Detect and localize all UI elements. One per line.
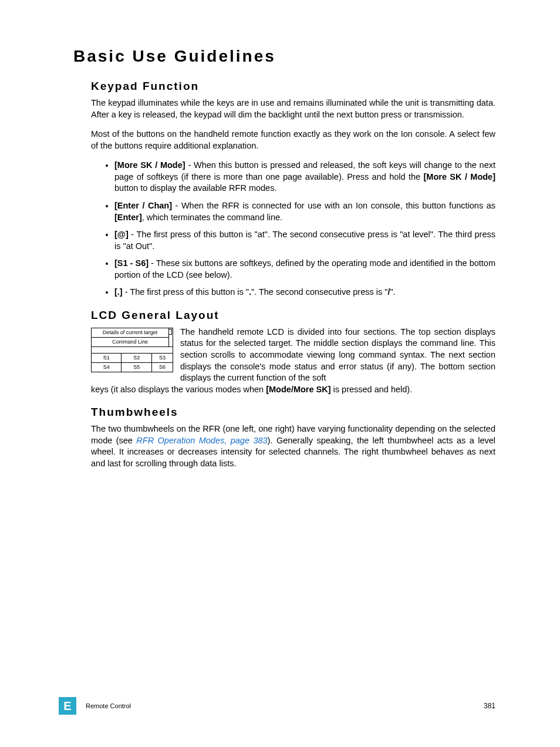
list-item: [.] - The first press of this button is … <box>114 287 495 298</box>
list-item: [Enter / Chan] - When the RFR is connect… <box>114 200 495 223</box>
item-text: - The first press of this button is "at"… <box>114 230 495 251</box>
item-text: - When the RFR is connected for use with… <box>172 201 495 210</box>
lcd-softkey-s2: S2 <box>122 353 151 362</box>
text-fragment: keys (it also displays the various modes… <box>91 385 266 394</box>
keypad-list: [More SK / Mode] - When this button is p… <box>91 160 495 298</box>
item-text: ". <box>390 287 395 297</box>
key-label: [Enter] <box>114 213 142 222</box>
keypad-p1: The keypad illuminates while the keys ar… <box>91 97 495 120</box>
lcd-row-target: Details of current target <box>92 328 169 337</box>
lcd-scroll-indicator <box>169 328 173 346</box>
footer-section-title: Remote Control <box>86 702 484 709</box>
lcd-heading: LCD General Layout <box>91 309 495 322</box>
item-text: ". The second consecutive press is " <box>251 287 387 297</box>
key-label: [Mode/More SK] <box>266 385 330 394</box>
list-item: [S1 - S6] - These six buttons are softke… <box>114 258 495 281</box>
lcd-softkey-s4: S4 <box>92 362 122 372</box>
key-label: [.] <box>114 287 123 297</box>
page-footer: E Remote Control 381 <box>59 697 495 715</box>
appendix-badge: E <box>59 697 76 715</box>
list-item: [More SK / Mode] - When this button is p… <box>114 160 495 194</box>
thumbwheels-heading: Thumbwheels <box>91 406 495 419</box>
text-fragment: is pressed and held). <box>331 385 413 394</box>
page-title: Basic Use Guidelines <box>73 47 495 66</box>
list-item: [@] - The first press of this button is … <box>114 229 495 252</box>
item-text: , which terminates the command line. <box>142 213 282 222</box>
lcd-softkey-s6: S6 <box>151 362 173 372</box>
keypad-heading: Keypad Function <box>91 80 495 93</box>
keypad-p2: Most of the buttons on the handheld remo… <box>91 129 495 152</box>
thumbwheels-description: The two thumbwheels on the RFR (one left… <box>91 423 495 469</box>
lcd-softkey-s5: S5 <box>122 362 151 372</box>
lcd-description-cont: keys (it also displays the various modes… <box>91 384 495 396</box>
key-label: [More SK / Mode] <box>114 160 185 170</box>
item-text: - These six buttons are softkeys, define… <box>114 258 495 280</box>
item-text: button to display the available RFR mode… <box>114 183 276 193</box>
item-text: - The first press of this button is " <box>123 287 249 297</box>
page-number: 381 <box>484 702 495 710</box>
key-label: [@] <box>114 230 129 239</box>
cross-reference-link[interactable]: RFR Operation Modes, page 383 <box>136 436 267 445</box>
document-page: Basic Use Guidelines Keypad Function The… <box>0 0 560 747</box>
lcd-diagram: Details of current target Command Line S… <box>91 328 173 372</box>
key-label: [More SK / Mode] <box>424 172 495 181</box>
lcd-softkey-s1: S1 <box>92 353 122 362</box>
key-label: [Enter / Chan] <box>114 201 172 210</box>
lcd-row-command: Command Line <box>92 337 169 346</box>
lcd-softkey-s3: S3 <box>151 353 173 362</box>
lcd-row-status <box>92 346 173 353</box>
key-label: [S1 - S6] <box>114 258 149 268</box>
